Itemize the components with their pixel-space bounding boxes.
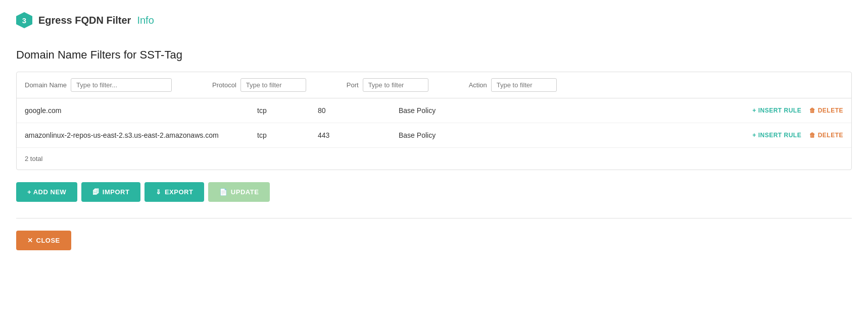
import-button[interactable]: 🗐 IMPORT — [81, 182, 140, 202]
delete-label: DELETE — [818, 132, 843, 139]
section-title: Domain Name Filters for SST-Tag — [16, 48, 852, 62]
table-body: google.com tcp 80 Base Policy + INSERT R… — [17, 98, 851, 147]
trash-icon: 🗑 — [809, 132, 816, 139]
total-row: 2 total — [17, 147, 851, 170]
row-action-buttons: + INSERT RULE 🗑 DELETE — [500, 132, 843, 139]
export-icon: ⇓ — [156, 188, 162, 196]
export-label: EXPORT — [165, 188, 193, 196]
add-new-button[interactable]: + ADD NEW — [16, 182, 77, 202]
action-filter-input[interactable] — [491, 78, 557, 92]
table-row: amazonlinux-2-repos-us-east-2.s3.us-east… — [17, 123, 851, 147]
action-filter-group: Action — [469, 78, 557, 92]
update-icon: 📄 — [219, 188, 228, 196]
trash-icon: 🗑 — [809, 107, 816, 114]
delete-button[interactable]: 🗑 DELETE — [809, 132, 843, 139]
filter-table: Domain Name Protocol Port Action google.… — [16, 72, 852, 170]
page-title: Egress FQDN Filter — [38, 15, 131, 26]
info-link[interactable]: Info — [137, 15, 154, 26]
row-action: Base Policy — [399, 106, 500, 115]
close-button-container: ✕ CLOSE — [16, 231, 852, 250]
row-domain: amazonlinux-2-repos-us-east-2.s3.us-east… — [25, 131, 257, 139]
insert-rule-button[interactable]: + INSERT RULE — [752, 107, 801, 114]
page-header: 3 Egress FQDN Filter Info — [16, 12, 852, 28]
update-label: UPDATE — [231, 188, 259, 196]
insert-rule-button[interactable]: + INSERT RULE — [752, 132, 801, 139]
row-domain: google.com — [25, 106, 257, 115]
row-action-buttons: + INSERT RULE 🗑 DELETE — [500, 107, 843, 114]
protocol-filter-input[interactable] — [240, 78, 306, 92]
domain-filter-input[interactable] — [71, 78, 172, 92]
divider — [16, 218, 852, 218]
action-filter-label: Action — [469, 81, 487, 89]
port-filter-input[interactable] — [363, 78, 428, 92]
domain-filter-label: Domain Name — [25, 81, 67, 89]
row-protocol: tcp — [257, 131, 318, 139]
delete-label: DELETE — [818, 107, 843, 114]
protocol-filter-group: Protocol — [212, 78, 306, 92]
close-button[interactable]: ✕ CLOSE — [16, 231, 71, 250]
import-label: IMPORT — [103, 188, 130, 196]
close-icon: ✕ — [27, 237, 33, 244]
table-row: google.com tcp 80 Base Policy + INSERT R… — [17, 98, 851, 123]
domain-filter-group: Domain Name — [25, 78, 172, 92]
delete-button[interactable]: 🗑 DELETE — [809, 107, 843, 114]
close-label: CLOSE — [36, 237, 60, 244]
port-filter-group: Port — [347, 78, 428, 92]
row-port: 443 — [318, 131, 399, 139]
update-button[interactable]: 📄 UPDATE — [208, 182, 270, 202]
row-protocol: tcp — [257, 106, 318, 115]
step-badge: 3 — [16, 12, 32, 28]
import-icon: 🗐 — [92, 188, 100, 196]
action-buttons: + ADD NEW 🗐 IMPORT ⇓ EXPORT 📄 UPDATE — [16, 182, 852, 202]
row-action: Base Policy — [399, 131, 500, 139]
export-button[interactable]: ⇓ EXPORT — [144, 182, 204, 202]
port-filter-label: Port — [347, 81, 359, 89]
protocol-filter-label: Protocol — [212, 81, 236, 89]
row-port: 80 — [318, 106, 399, 115]
filter-row: Domain Name Protocol Port Action — [17, 72, 851, 98]
